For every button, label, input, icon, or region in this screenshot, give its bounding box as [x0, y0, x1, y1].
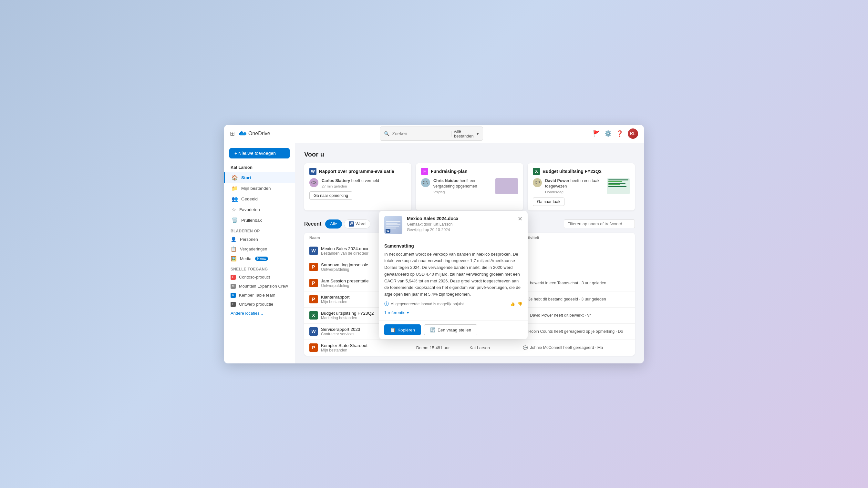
new-badge: Nieuw [255, 257, 268, 261]
people-icon: 👥 [231, 196, 238, 202]
onedrive-logo: OneDrive [239, 131, 270, 136]
copy-button[interactable]: 📋 Kopiëren [384, 324, 421, 335]
sidebar-item-gedeeld[interactable]: 👥 Gedeeld [224, 194, 295, 204]
word-tab-icon: W [349, 221, 354, 227]
search-filter-dropdown[interactable]: Alle bestanden ▾ [454, 129, 479, 138]
ppt-file-icon-4: P [309, 344, 318, 352]
summary-title: Samenvatting [384, 243, 523, 249]
voor-u-cards: W Rapport over programma-evaluatie CS Ca… [304, 163, 635, 210]
ai-icon: ⓘ [384, 301, 389, 307]
voor-u-card-fundraising[interactable]: F Fundraising-plan CN Chris Naidoo heeft… [416, 163, 523, 210]
popup-thumbnail: W [384, 216, 402, 234]
contoso-icon: C [230, 275, 236, 280]
sidebar-user: Kat Larson [224, 164, 295, 172]
chevron-down-icon-ref: ▾ [407, 310, 409, 315]
trash-icon: 🗑️ [231, 217, 238, 223]
card-action-text: Carlos Slattery heeft u vermeld [321, 178, 406, 184]
sidebar-item-vergaderingen[interactable]: 📋 Vergaderingen [224, 244, 295, 254]
ontwerp-icon: O [230, 302, 236, 307]
new-button[interactable]: + Nieuwe toevoegen [229, 148, 290, 159]
other-locations-link[interactable]: Andere locaties... [224, 309, 295, 318]
content-area: Voor u W Rapport over programma-evaluati… [295, 143, 644, 363]
tab-word[interactable]: W Word [344, 220, 370, 228]
ask-button[interactable]: 🔄 Een vraag stellen [424, 324, 477, 335]
chevron-down-icon: ▾ [476, 131, 479, 136]
popup-close-button[interactable]: ✕ [518, 216, 523, 222]
folder-icon: 📁 [231, 185, 238, 191]
tab-alle[interactable]: Alle [325, 220, 342, 228]
topbar-actions: 🚩 ⚙️ ❓ KL [593, 128, 638, 139]
word-file-icon-2: W [309, 327, 318, 336]
card-avatar-chris: CN [421, 178, 430, 187]
card-action-text-3: David Power heeft u een taak toegewezen [545, 178, 604, 190]
filter-input[interactable] [564, 220, 635, 228]
ga-naar-opmerking-button[interactable]: Ga naar opmerking [309, 191, 352, 200]
thumbs-up-icon[interactable]: 👍 [510, 302, 515, 306]
onedrive-logo-icon [239, 131, 246, 136]
sidebar-item-personen[interactable]: 👤 Personen [224, 235, 295, 244]
search-bar[interactable]: 🔍 Alle bestanden ▾ [380, 127, 483, 141]
card-thumbnail-budget [607, 178, 630, 194]
thumbs-down-icon[interactable]: 👎 [518, 302, 523, 306]
excel-icon-card: X [533, 168, 540, 175]
summary-text: In het document wordt de verkoop van ban… [384, 251, 523, 298]
reference-link[interactable]: 1 referentie ▾ [384, 310, 523, 315]
sidebar-item-kemper-table[interactable]: K Kemper Table team [224, 291, 295, 300]
card-thumbnail-fundraising [495, 178, 518, 194]
popup-header: W Mexico Sales 2024.docx Gemaakt door Ka… [379, 211, 528, 238]
star-outline-icon: ☆ [231, 206, 236, 213]
recent-search[interactable] [564, 220, 635, 228]
app-name: OneDrive [248, 131, 270, 136]
kemper-table-icon: K [230, 293, 236, 298]
media-icon: 🖼️ [230, 256, 237, 262]
snelle-toegang-label: Snelle toegang [224, 264, 295, 273]
main-layout: + Nieuwe toevoegen Kat Larson 🏠 Start 📁 … [224, 143, 644, 363]
recent-title: Recent [304, 221, 321, 227]
sidebar: + Nieuwe toevoegen Kat Larson 🏠 Start 📁 … [224, 143, 295, 363]
popup-file-info: Mexico Sales 2024.docx Gemaakt door Kat … [407, 216, 513, 232]
search-input[interactable] [392, 131, 448, 136]
help-icon[interactable]: ❓ [616, 130, 623, 137]
sidebar-item-contoso[interactable]: C Contoso-product [224, 273, 295, 282]
ga-naar-taak-button[interactable]: Ga naar taak [533, 197, 564, 206]
sidebar-item-start[interactable]: 🏠 Start [224, 172, 295, 183]
sidebar-item-prullenbak[interactable]: 🗑️ Prullenbak [224, 215, 295, 226]
word-file-icon: W [309, 247, 318, 255]
avatar[interactable]: KL [628, 128, 638, 139]
ppt-file-icon: P [309, 263, 318, 271]
search-icon: 🔍 [384, 131, 390, 136]
ppt-file-icon-2: P [309, 279, 318, 287]
meeting-icon: 📋 [230, 246, 237, 252]
voor-u-card-rapport[interactable]: W Rapport over programma-evaluatie CS Ca… [304, 163, 411, 210]
sidebar-item-mountain[interactable]: M Mountain Expansion Crew [224, 282, 295, 291]
comment-icon: 💬 [523, 345, 528, 350]
mountain-icon: M [230, 284, 236, 289]
summary-popup[interactable]: W Mexico Sales 2024.docx Gemaakt door Ka… [379, 211, 528, 339]
card-action-text-2: Chris Naidoo heeft een vergadering opgen… [433, 178, 492, 190]
voor-u-title: Voor u [304, 151, 635, 158]
flag-icon[interactable]: 🚩 [593, 130, 600, 137]
sidebar-item-favorieten[interactable]: ☆ Favorieten [224, 204, 295, 215]
person-icon: 👤 [230, 236, 237, 242]
bladeren-section-label: Bladeren op [224, 226, 295, 235]
fundraising-icon: F [421, 168, 428, 175]
home-icon: 🏠 [231, 174, 238, 181]
word-icon: W [309, 168, 316, 175]
card-avatar-david: DP [533, 178, 542, 187]
topbar: ⊞ OneDrive 🔍 Alle bestanden ▾ 🚩 ⚙️ ❓ KL [224, 125, 644, 143]
excel-file-icon: X [309, 311, 318, 320]
popup-body: Samenvatting In het document wordt de ve… [379, 238, 528, 321]
sidebar-item-media[interactable]: 🖼️ Media Nieuw [224, 254, 295, 264]
gear-icon[interactable]: ⚙️ [604, 130, 612, 137]
voor-u-card-budget[interactable]: X Budget uitsplitsing FY23Q2 DP David Po… [528, 163, 635, 210]
sidebar-item-ontwerp[interactable]: O Ontwerp productie [224, 300, 295, 309]
card-avatar-carlos: CS [309, 178, 318, 187]
popup-footer: 📋 Kopiëren 🔄 Een vraag stellen [379, 320, 528, 339]
table-row[interactable]: P Kempler State Shareout Mijn bestanden … [304, 340, 635, 356]
grid-icon[interactable]: ⊞ [230, 130, 235, 137]
ask-icon: 🔄 [430, 327, 436, 332]
ai-warning: ⓘ AI gegenereerde inhoud is mogelijk onj… [384, 301, 523, 307]
recent-tabs: Alle W Word [325, 220, 370, 228]
copy-icon: 📋 [390, 327, 396, 332]
sidebar-item-mijn-bestanden[interactable]: 📁 Mijn bestanden [224, 183, 295, 194]
